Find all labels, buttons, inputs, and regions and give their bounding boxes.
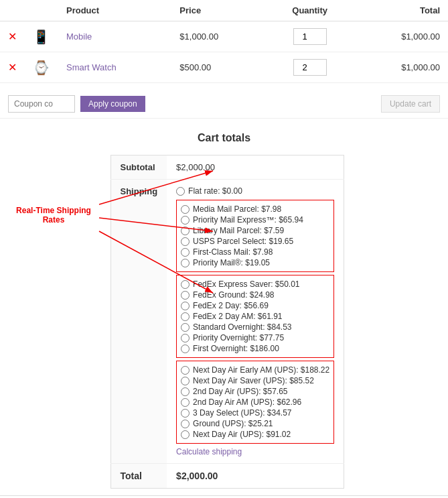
ups-option: 3 Day Select (UPS): $34.57 — [181, 408, 329, 418]
flat-rate-radio[interactable] — [176, 187, 185, 196]
shipping-radio[interactable] — [181, 409, 190, 418]
ups-option: Ground (UPS): $25.21 — [181, 419, 329, 428]
shipping-option-label: Priority Mail®: $19.05 — [193, 258, 270, 267]
product-price: $500.00 — [171, 52, 265, 83]
shipping-radio[interactable] — [181, 387, 190, 396]
shipping-radio[interactable] — [181, 420, 190, 428]
fedex-option: FedEx 2 Day: $56.69 — [181, 301, 329, 310]
shipping-option-label: Next Day Air Saver (UPS): $85.52 — [193, 376, 314, 385]
usps-option: Priority Mail Express™: $65.94 — [181, 215, 329, 225]
fedex-option: First Overnight: $186.00 — [181, 344, 329, 353]
remove-icon[interactable]: ✕ — [8, 31, 17, 42]
usps-option: USPS Parcel Select: $19.65 — [181, 237, 329, 246]
shipping-radio[interactable] — [181, 302, 190, 310]
shipping-option-label: Next Day Air Early AM (UPS): $188.22 — [193, 365, 329, 375]
product-link[interactable]: Smart Watch — [66, 62, 117, 72]
shipping-option-label: FedEx 2 Day: $56.69 — [193, 301, 269, 310]
shipping-option-label: First-Class Mail: $7.98 — [193, 247, 273, 257]
shipping-option-label: Library Mail Parcel: $7.59 — [193, 226, 284, 235]
subtotal-value: $2,000.00 — [167, 155, 344, 180]
shipping-radio[interactable] — [181, 216, 190, 225]
shipping-option-label: 2nd Day Air AM (UPS): $62.96 — [193, 397, 301, 407]
coupon-input[interactable] — [8, 95, 75, 113]
ups-shipping-group: Next Day Air Early AM (UPS): $188.22Next… — [176, 361, 334, 444]
cart-table: Product Price Quantity Total ✕ 📱 Mobile … — [0, 0, 448, 83]
fedex-option: FedEx Express Saver: $50.01 — [181, 279, 329, 289]
total-row: Total $2,000.00 — [110, 464, 344, 489]
annotation-label: Real-Time Shipping Rates — [7, 206, 100, 225]
shipping-radio[interactable] — [181, 312, 190, 321]
product-icon: ⌚ — [33, 60, 50, 75]
shipping-radio[interactable] — [181, 280, 190, 289]
shipping-option-label: Next Day Air (UPS): $91.02 — [193, 430, 291, 439]
shipping-radio[interactable] — [181, 259, 190, 267]
ups-option: 2nd Day Air (UPS): $57.65 — [181, 387, 329, 396]
ups-option: Next Day Air (UPS): $91.02 — [181, 430, 329, 439]
subtotal-row: Subtotal $2,000.00 — [110, 155, 344, 180]
shipping-radio[interactable] — [181, 323, 190, 332]
shipping-option-label: 3 Day Select (UPS): $34.57 — [193, 408, 291, 418]
usps-shipping-group: Media Mail Parcel: $7.98Priority Mail Ex… — [176, 200, 334, 272]
ups-option: Next Day Air Early AM (UPS): $188.22 — [181, 365, 329, 375]
shipping-option-label: Standard Overnight: $84.53 — [193, 322, 291, 332]
remove-icon[interactable]: ✕ — [8, 62, 17, 73]
product-total: $1,000.00 — [354, 52, 449, 83]
flat-rate-label: Flat rate: $0.00 — [188, 186, 242, 196]
usps-option: Library Mail Parcel: $7.59 — [181, 226, 329, 235]
fedex-option: Standard Overnight: $84.53 — [181, 322, 329, 332]
coupon-row: Apply coupon Update cart — [0, 90, 448, 119]
shipping-radio[interactable] — [181, 377, 190, 385]
shipping-radio[interactable] — [181, 237, 190, 246]
shipping-option-label: USPS Parcel Select: $19.65 — [193, 237, 293, 246]
fedex-shipping-group: FedEx Express Saver: $50.01FedEx Ground:… — [176, 275, 334, 358]
shipping-option-label: 2nd Day Air (UPS): $57.65 — [193, 387, 287, 396]
shipping-radio[interactable] — [181, 366, 190, 375]
usps-option: First-Class Mail: $7.98 — [181, 247, 329, 257]
update-cart-button[interactable]: Update cart — [381, 95, 440, 113]
qty-input[interactable] — [293, 59, 327, 76]
product-total: $1,000.00 — [354, 21, 449, 52]
col-quantity: Quantity — [266, 0, 354, 21]
qty-input[interactable] — [293, 28, 327, 45]
shipping-radio[interactable] — [181, 398, 190, 407]
shipping-option-label: FedEx Express Saver: $50.01 — [193, 279, 299, 289]
product-link[interactable]: Mobile — [66, 32, 92, 42]
col-price: Price — [171, 0, 265, 21]
shipping-radio[interactable] — [181, 345, 190, 353]
shipping-label: Shipping — [110, 180, 167, 464]
shipping-radio[interactable] — [181, 227, 190, 235]
checkout-section: Proceed to checkout — [0, 495, 448, 498]
shipping-radio[interactable] — [181, 334, 190, 343]
ups-option: Next Day Air Saver (UPS): $85.52 — [181, 376, 329, 385]
subtotal-label: Subtotal — [110, 155, 167, 180]
product-price: $1,000.00 — [171, 21, 265, 52]
col-total: Total — [354, 0, 449, 21]
fedex-option: FedEx 2 Day AM: $61.91 — [181, 312, 329, 321]
shipping-radio[interactable] — [181, 205, 190, 214]
total-label: Total — [110, 464, 167, 489]
shipping-option-label: Priority Overnight: $77.75 — [193, 333, 284, 343]
totals-table: Subtotal $2,000.00 Shipping Flat rate: $… — [110, 155, 345, 489]
fedex-option: Priority Overnight: $77.75 — [181, 333, 329, 343]
shipping-option-label: FedEx Ground: $24.98 — [193, 290, 274, 300]
product-icon: 📱 — [33, 29, 50, 44]
cart-totals-section: Cart totals Subtotal $2,000.00 Shipping — [0, 119, 448, 495]
apply-coupon-button[interactable]: Apply coupon — [80, 96, 145, 112]
shipping-radio[interactable] — [181, 430, 190, 439]
shipping-radio[interactable] — [181, 248, 190, 257]
usps-option: Priority Mail®: $19.05 — [181, 258, 329, 267]
shipping-option-label: Priority Mail Express™: $65.94 — [193, 215, 303, 225]
cart-totals: Cart totals Subtotal $2,000.00 Shipping — [110, 132, 338, 489]
cart-row: ✕ ⌚ Smart Watch $500.00 $1,000.00 — [0, 52, 448, 83]
shipping-row: Shipping Flat rate: $0.00 Media Mail Par… — [110, 180, 344, 464]
shipping-option-label: Media Mail Parcel: $7.98 — [193, 204, 281, 214]
shipping-options-cell: Flat rate: $0.00 Media Mail Parcel: $7.9… — [167, 180, 344, 464]
shipping-radio[interactable] — [181, 291, 190, 300]
flat-rate-option: Flat rate: $0.00 — [176, 186, 334, 196]
usps-option: Media Mail Parcel: $7.98 — [181, 204, 329, 214]
shipping-option-label: FedEx 2 Day AM: $61.91 — [193, 312, 282, 321]
total-value: $2,000.00 — [167, 464, 344, 489]
fedex-option: FedEx Ground: $24.98 — [181, 290, 329, 300]
calculate-shipping-link[interactable]: Calculate shipping — [176, 447, 242, 456]
ups-option: 2nd Day Air AM (UPS): $62.96 — [181, 397, 329, 407]
